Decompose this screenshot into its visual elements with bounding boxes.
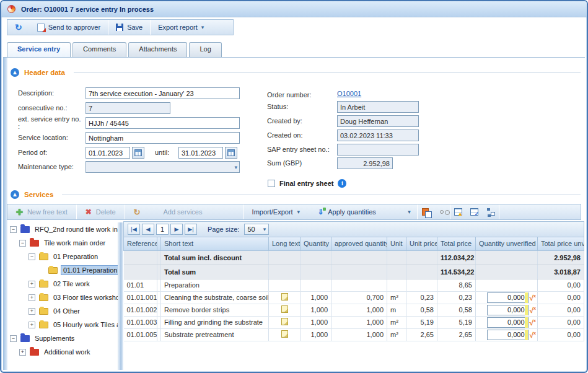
tree-node[interactable]: +Additional work xyxy=(7,345,118,359)
expand-node-icon[interactable]: + xyxy=(19,349,26,356)
collapse-node-icon[interactable]: − xyxy=(19,240,26,247)
cell-approved-quantity: 1,000 xyxy=(331,316,387,328)
import-export-button[interactable]: Import/Export ▾ xyxy=(244,204,309,219)
quantity-unverified-wrap: √x xyxy=(477,330,536,340)
table-row[interactable]: Total sum114.534,223.018,87 xyxy=(124,265,584,279)
long-text-note-icon[interactable] xyxy=(281,330,288,338)
tab-log[interactable]: Log xyxy=(189,42,221,58)
tree-node[interactable]: −Tile work main order xyxy=(7,236,118,250)
collapse-node-icon[interactable]: − xyxy=(10,226,17,233)
tree-node[interactable]: +03 Floor tiles workshop xyxy=(7,291,118,304)
collapse-node-icon[interactable]: − xyxy=(10,335,17,342)
description-input[interactable] xyxy=(86,87,240,99)
quantity-unverified-wrap: √x xyxy=(477,305,536,315)
folder-icon xyxy=(39,308,48,315)
preview-button[interactable] xyxy=(434,206,449,218)
cell-unit-price xyxy=(406,279,437,291)
unsaved-flag xyxy=(525,292,528,303)
table-row[interactable]: 01.01.0030Filling and grinding the subst… xyxy=(124,316,584,328)
maintenance-type-select[interactable]: ▾ xyxy=(86,161,240,173)
column-header-quantity[interactable]: Quantity xyxy=(301,237,331,250)
formula-icon[interactable]: √x xyxy=(530,306,537,314)
formula-icon[interactable]: √x xyxy=(530,294,537,302)
services-table-pane: |◀ ◀ 1 ▶ ▶| Page size: 50 ▾ ReferenceSho… xyxy=(123,221,584,370)
long-text-note-icon[interactable] xyxy=(281,318,288,325)
tree-node[interactable]: −RFQ_2nd round tile work in ba xyxy=(7,222,118,236)
cell-short-text: Total sum incl. discount xyxy=(161,250,269,265)
last-page-button[interactable]: ▶| xyxy=(185,224,197,235)
column-header-unit-price[interactable]: Unit price xyxy=(406,237,437,250)
apply-quantities-button[interactable]: ⇓ Apply quantities xyxy=(309,204,408,219)
tree-node[interactable]: −Supplements xyxy=(7,331,118,345)
quantity-unverified-input[interactable] xyxy=(488,293,525,302)
collapse-section-icon[interactable]: ▲ xyxy=(11,190,19,199)
period-from-calendar-button[interactable] xyxy=(132,147,144,159)
long-text-note-icon[interactable] xyxy=(281,293,288,301)
tab-attachments[interactable]: Attachments xyxy=(128,42,187,58)
column-header-short-text[interactable]: Short text xyxy=(161,237,269,250)
export-report-button[interactable]: Export report ▾ xyxy=(151,20,211,35)
quantity-unverified-input[interactable] xyxy=(488,305,525,315)
cell-reference: 01.01.0020 xyxy=(124,304,157,316)
delete-button[interactable]: ✖ Delete xyxy=(77,204,125,219)
tree-splitter[interactable] xyxy=(118,222,123,370)
order-number-link[interactable]: O10001 xyxy=(337,90,361,97)
service-location-input[interactable] xyxy=(86,132,240,144)
quantity-unverified-input[interactable] xyxy=(488,330,525,340)
chevron-down-icon: ▾ xyxy=(201,24,204,30)
period-until-calendar-button[interactable] xyxy=(225,147,237,159)
table-row[interactable]: 01.01Preparation8,650,00 xyxy=(124,279,584,291)
tab-comments[interactable]: Comments xyxy=(72,42,126,58)
collapse-section-icon[interactable]: ▲ xyxy=(11,68,19,77)
column-header-quantity-unverified[interactable]: Quantity unverified xyxy=(476,237,538,250)
prev-page-button[interactable]: ◀ xyxy=(142,224,154,235)
tree-node[interactable]: +04 Other xyxy=(7,304,118,318)
final-entry-sheet-checkbox[interactable] xyxy=(268,180,275,187)
services-tree: −RFQ_2nd round tile work in ba−Tile work… xyxy=(7,222,118,370)
cell-total-price: 5,19 xyxy=(437,316,476,328)
table-row[interactable]: 01.01.0010Cleaning the substrate, coarse… xyxy=(124,291,584,304)
ext-service-entry-no-input[interactable] xyxy=(86,117,240,129)
table-row[interactable]: 01.01.0050Substrate pretreatment1,0001,0… xyxy=(124,328,584,341)
long-text-note-icon[interactable] xyxy=(281,305,288,313)
info-icon[interactable]: i xyxy=(338,179,346,188)
table-row[interactable]: 01.01.0020Remove border strips1,0001,000… xyxy=(124,304,584,316)
copy-view-button[interactable] xyxy=(418,206,433,218)
first-page-button[interactable]: |◀ xyxy=(128,224,140,235)
page-size-select[interactable]: 50 ▾ xyxy=(244,224,269,235)
cell-approved-quantity: 1,000 xyxy=(331,304,387,316)
period-until-input[interactable] xyxy=(178,147,223,159)
table-row[interactable]: Total sum incl. discount112.034,222.952,… xyxy=(124,250,584,265)
expand-node-icon[interactable]: + xyxy=(29,294,35,301)
column-header-reference[interactable]: Reference xyxy=(124,237,157,250)
new-free-text-button[interactable]: ✚ New free text xyxy=(7,204,76,219)
expand-node-icon[interactable]: + xyxy=(29,322,35,328)
collapse-node-icon[interactable]: − xyxy=(29,253,35,260)
refresh-button[interactable]: ↻ xyxy=(7,20,30,35)
column-header-unit[interactable]: Unit xyxy=(387,237,406,250)
grid-warning-button[interactable]: ▲ xyxy=(451,206,466,218)
expand-node-icon[interactable]: + xyxy=(29,308,35,315)
column-header-approved-quantity[interactable]: approved quantity xyxy=(331,237,387,250)
tree-node[interactable]: 01.01 Preparation xyxy=(7,263,118,277)
save-button[interactable]: Save xyxy=(108,20,150,35)
add-services-button[interactable]: ↻ Add services xyxy=(125,204,243,219)
column-header-total-price-unverified[interactable]: Total price unverified xyxy=(538,237,584,250)
send-to-approver-button[interactable]: Send to approver xyxy=(30,20,108,35)
send-to-approver-label: Send to approver xyxy=(48,24,100,31)
tree-node[interactable]: +05 Hourly work Tiles an xyxy=(7,318,118,331)
quantity-unverified-input[interactable] xyxy=(488,318,525,327)
tree-node[interactable]: −01 Preparation xyxy=(7,250,118,263)
column-header-total-price[interactable]: Total price xyxy=(437,237,476,250)
folder-icon xyxy=(30,349,39,356)
grid-check-button[interactable]: ✓ xyxy=(467,206,482,218)
tree-node[interactable]: +02 Tile work xyxy=(7,277,118,291)
formula-icon[interactable]: √x xyxy=(530,318,537,327)
formula-icon[interactable]: √x xyxy=(530,331,537,339)
period-from-input[interactable] xyxy=(86,147,130,159)
column-header-long-text[interactable]: Long text xyxy=(269,237,301,250)
next-page-button[interactable]: ▶ xyxy=(170,224,183,235)
tree-view-button[interactable] xyxy=(483,206,498,218)
expand-node-icon[interactable]: + xyxy=(29,281,35,287)
tab-service-entry[interactable]: Service entry xyxy=(7,42,71,58)
